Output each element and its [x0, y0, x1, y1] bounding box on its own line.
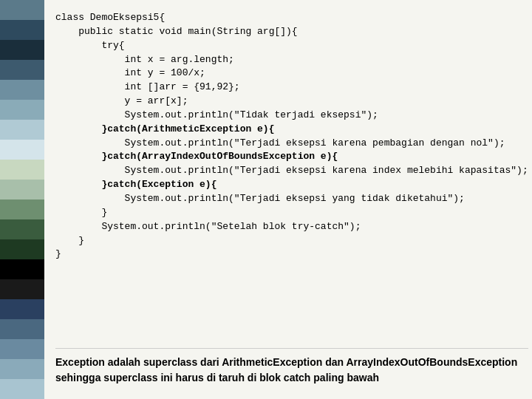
code-line: y = arr[x];	[55, 95, 528, 109]
sidebar-stripe	[0, 160, 44, 180]
code-block: class DemoEksepsi5{ public static void m…	[55, 7, 528, 339]
sidebar-stripe	[0, 180, 44, 200]
sidebar-stripe	[0, 259, 44, 279]
sidebar-stripe	[0, 359, 44, 379]
code-line: int y = 100/x;	[55, 66, 528, 81]
code-line: try{	[55, 39, 528, 53]
code-line: }catch(ArithmeticException e){	[55, 123, 528, 137]
sidebar-stripe	[0, 219, 44, 239]
code-line: public static void main(String arg[]){	[55, 25, 528, 39]
explanation-text: Exception adalah superclass dari Arithme…	[55, 348, 528, 392]
code-line: System.out.println("Setelah blok try-cat…	[55, 220, 528, 234]
code-line: class DemoEksepsi5{	[55, 11, 528, 25]
code-line: }catch(ArrayIndexOutOfBoundsException e)…	[55, 150, 528, 164]
code-line: int []arr = {91,92};	[55, 81, 528, 95]
sidebar-stripe	[0, 120, 44, 140]
sidebar-stripe	[0, 339, 44, 359]
sidebar-stripe	[0, 0, 44, 20]
code-line: int x = arg.length;	[55, 53, 528, 67]
code-line: }	[55, 248, 528, 262]
sidebar-stripe	[0, 80, 44, 100]
sidebar-stripe	[0, 319, 44, 339]
sidebar-stripe	[0, 200, 44, 219]
sidebar-stripe	[0, 40, 44, 60]
sidebar-stripe	[0, 20, 44, 40]
code-line: }catch(Exception e){	[55, 178, 528, 192]
sidebar-stripe	[0, 239, 44, 259]
code-line: System.out.println("Tidak terjadi ekseps…	[55, 109, 528, 123]
code-line: System.out.println("Terjadi eksepsi kare…	[55, 164, 528, 178]
sidebar-stripe	[0, 379, 44, 399]
sidebar-stripe	[0, 299, 44, 319]
code-line: System.out.println("Terjadi eksepsi yang…	[55, 192, 528, 206]
sidebar-stripe	[0, 140, 44, 160]
code-line: }	[55, 206, 528, 220]
sidebar-stripe	[0, 60, 44, 80]
code-line: }	[55, 234, 528, 248]
sidebar-stripe	[0, 279, 44, 299]
sidebar	[0, 0, 44, 399]
code-line: System.out.println("Terjadi eksepsi kare…	[55, 137, 528, 151]
sidebar-stripe	[0, 100, 44, 120]
main-content: class DemoEksepsi5{ public static void m…	[44, 0, 532, 399]
